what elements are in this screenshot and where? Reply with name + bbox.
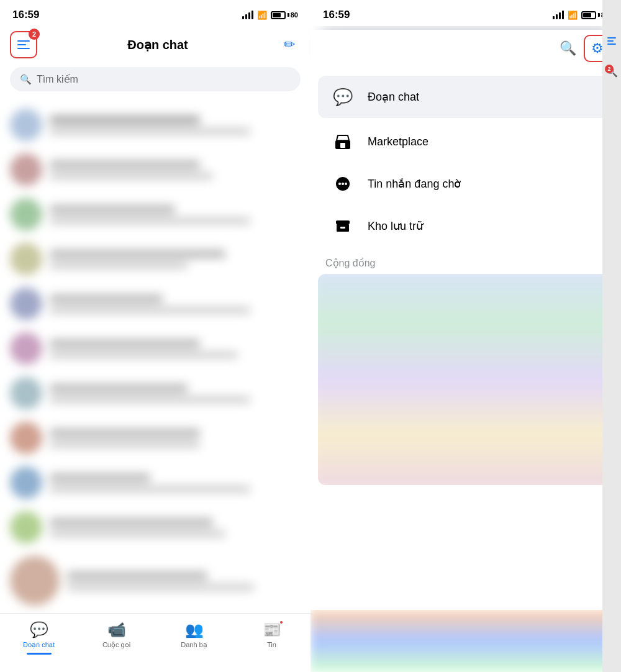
nav-item-cuoc-goi[interactable]: 📹 Cuộc gọi	[78, 619, 155, 657]
svg-rect-7	[336, 220, 350, 224]
menu-lines-icon	[17, 40, 30, 49]
left-header: 2 Đoạn chat ✏	[0, 26, 310, 65]
dropdown-marketplace-label: Marketplace	[368, 135, 428, 148]
contacts-nav-icon: 👥	[185, 621, 204, 638]
nav-label-danh-ba: Danh bạ	[181, 641, 207, 649]
nav-label-doan-chat: Đoạn chat	[23, 641, 55, 649]
right-edge-menu-icon	[607, 37, 616, 45]
svg-rect-1	[340, 143, 345, 148]
dropdown-kho-luu-tru-label: Kho lưu trữ	[368, 219, 423, 233]
nav-item-danh-ba[interactable]: 👥 Danh bạ	[155, 619, 233, 657]
call-nav-icon: 📹	[107, 621, 126, 638]
archive-icon	[330, 214, 355, 238]
news-nav-icon: 📰	[263, 621, 281, 638]
dropdown-tin-nhan-cho-label: Tin nhắn đang chờ	[368, 177, 461, 191]
compose-icon: ✏	[284, 37, 295, 53]
nav-label-tin: Tin	[267, 641, 276, 648]
community-section-header: Cộng đồng	[310, 247, 621, 274]
chat-list	[0, 98, 310, 613]
search-bar[interactable]: 🔍 Tìm kiếm	[10, 67, 301, 91]
svg-rect-9	[340, 227, 345, 229]
dropdown-menu: 💬 Đoạn chat Marketplace	[310, 68, 621, 490]
page-title: Đoạn chat	[127, 37, 188, 52]
left-status-icons: 📶 80	[242, 11, 298, 20]
dropdown-item-doan-chat[interactable]: 💬 Đoạn chat	[318, 76, 614, 118]
bottom-nav: 💬 Đoạn chat 📹 Cuộc gọi 👥 Danh bạ 📰 Tin	[0, 613, 310, 672]
battery-icon: 80	[271, 11, 298, 19]
search-placeholder-text: Tìm kiếm	[37, 73, 78, 85]
right-edge-panel: 2 🔍	[602, 0, 621, 672]
right-search-button[interactable]: 🔍	[556, 37, 579, 60]
wifi-icon: 📶	[257, 11, 267, 20]
right-signal-icon	[553, 11, 564, 19]
svg-point-4	[338, 183, 341, 185]
signal-icon	[242, 11, 253, 19]
store-icon	[330, 129, 355, 154]
dropdown-item-marketplace[interactable]: Marketplace	[310, 120, 621, 163]
menu-button[interactable]: 2	[10, 31, 37, 58]
nav-active-indicator	[27, 653, 52, 655]
svg-point-6	[345, 183, 347, 185]
right-panel: 16:59 📶 80 🔍 ⚙	[310, 0, 621, 672]
gear-icon: ⚙	[591, 40, 604, 57]
nav-item-tin[interactable]: 📰 Tin	[233, 619, 310, 657]
dropdown-doan-chat-label: Đoạn chat	[368, 90, 419, 104]
chat-bubble-icon: 💬	[330, 84, 355, 109]
tin-badge-dot	[279, 620, 284, 625]
dropdown-item-kho-luu-tru[interactable]: Kho lưu trữ	[310, 205, 621, 247]
svg-point-5	[342, 183, 344, 185]
right-status-bar: 16:59 📶 80	[310, 0, 621, 26]
right-header: 🔍 ⚙	[310, 30, 621, 68]
dropdown-item-tin-nhan-cho[interactable]: Tin nhắn đang chờ	[310, 163, 621, 205]
right-time: 16:59	[323, 9, 350, 21]
right-wifi-icon: 📶	[568, 11, 578, 20]
dropdown-overlay: 💬 Đoạn chat Marketplace	[310, 68, 621, 672]
chat-nav-icon: 💬	[30, 621, 48, 638]
nav-item-doan-chat[interactable]: 💬 Đoạn chat	[0, 619, 78, 657]
battery-level: 80	[291, 11, 298, 19]
right-edge-badge: 2	[605, 65, 614, 73]
pending-chat-icon	[330, 171, 355, 196]
left-time: 16:59	[12, 9, 39, 21]
search-icon: 🔍	[20, 74, 32, 85]
right-search-icon: 🔍	[560, 40, 576, 57]
menu-badge: 2	[29, 29, 40, 40]
compose-button[interactable]: ✏	[278, 34, 301, 56]
right-status-icons: 📶 80	[553, 11, 609, 20]
left-panel: 16:59 📶 80 2 Đoạn chat ✏	[0, 0, 310, 672]
nav-label-cuoc-goi: Cuộc gọi	[102, 641, 130, 649]
left-status-bar: 16:59 📶 80	[0, 0, 310, 26]
